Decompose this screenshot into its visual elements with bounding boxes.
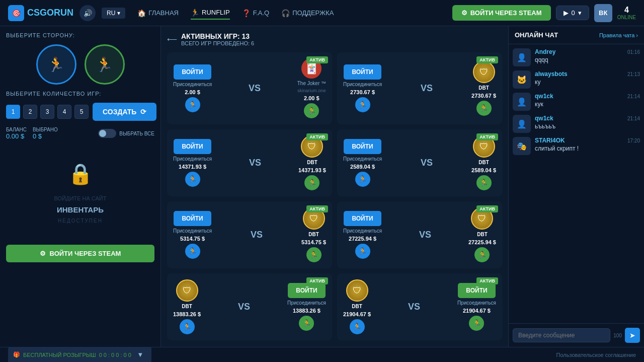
runflip-icon: 🏃 <box>191 9 199 17</box>
vs-3: VS <box>216 158 294 168</box>
youtube-icon: ▶ <box>564 9 569 17</box>
main-content: ВЫБЕРИТЕ СТОРОНУ: 🏃 🏃 ВЫБЕРИТЕ КОЛИЧЕСТВ… <box>0 26 644 347</box>
create-button[interactable]: СОЗДАТЬ ⟳ <box>93 103 156 121</box>
chat-messages: 👤 Andrey 01:16 qqqq 🐱 alwaysbots 21:13 <box>509 44 644 323</box>
create-icon: ⟳ <box>140 108 146 116</box>
choose-side-label: ВЫБЕРИТЕ СТОРОНУ: <box>6 32 154 38</box>
runner-green-2: 🏃 <box>476 101 492 116</box>
chat-message-2: 👤 qw1ck 21:14 кук <box>513 93 640 111</box>
vs-6: VS <box>386 230 464 240</box>
runner-green-5: 🏃 <box>306 247 321 262</box>
logo: 🎯 CSGORUN <box>8 5 73 21</box>
join-btn-7[interactable]: ВОЙТИ <box>288 283 325 298</box>
right-chat: ОНЛАЙН ЧАТ Правила чата › 👤 Andrey 01:16… <box>508 26 644 347</box>
join-btn-8[interactable]: ВОЙТИ <box>458 283 495 298</box>
chat-avatar-3: 👤 <box>513 115 531 133</box>
home-icon: 🏠 <box>137 9 146 17</box>
games-header: ⟵ АКТИВНЫХ ИГР: 13 ВСЕГО ИГР ПРОВЕДЕНО: … <box>167 32 502 46</box>
count-4[interactable]: 4 <box>57 105 71 119</box>
join-btn-3[interactable]: ВОЙТИ <box>174 139 211 154</box>
chat-message-3: 👤 qw1ck 21:14 ьъьъьъ <box>513 115 640 133</box>
count-1[interactable]: 1 <box>6 105 20 119</box>
side-green[interactable]: 🏃 <box>85 44 125 85</box>
join-btn-6[interactable]: ВОЙТИ <box>344 211 381 226</box>
card-right-7: ВОЙТИ Присоединиться 13883.26 $ 🏃 <box>287 283 326 331</box>
count-3[interactable]: 3 <box>40 105 54 119</box>
side-blue[interactable]: 🏃 <box>36 44 76 85</box>
vk-button[interactable]: ВК <box>594 4 612 22</box>
join-btn-4[interactable]: ВОЙТИ <box>344 139 381 154</box>
card-left-7: 🛡 DBT 13883.26 $ 🏃 <box>173 279 201 334</box>
card-right-3: 🛡 DBT 14371.93 $ 🏃 <box>298 135 326 190</box>
steam-login-button[interactable]: ⚙ ВОЙТИ ЧЕРЕЗ STEAM <box>452 5 551 21</box>
runner-blue-5: 🏃 <box>185 244 200 259</box>
chat-avatar-2: 👤 <box>513 93 531 111</box>
sound-button[interactable]: 🔊 <box>79 5 96 21</box>
count-2[interactable]: 2 <box>23 105 37 119</box>
center-panel: ⟵ АКТИВНЫХ ИГР: 13 ВСЕГО ИГР ПРОВЕДЕНО: … <box>161 26 508 347</box>
active-badge-7: АКТИВ <box>306 277 328 284</box>
vs-4: VS <box>386 158 467 168</box>
runner-green-6: 🏃 <box>474 247 490 262</box>
vs-1: VS <box>216 83 293 94</box>
select-all-toggle[interactable]: ВЫБРАТЬ ВСЕ <box>98 129 154 138</box>
card-right-8: ВОЙТИ Присоединиться 21904.67 $ 🏃 <box>457 283 496 331</box>
nav-runflip[interactable]: 🏃 RUNFLIP <box>191 7 230 20</box>
chat-avatar-1: 🐱 <box>513 70 531 89</box>
chat-msg-body-2: qw1ck 21:14 кук <box>535 93 640 111</box>
chat-input-area: 100 ➤ <box>509 323 644 347</box>
dbt-badge-8: 🛡 <box>346 279 368 302</box>
logo-icon: 🎯 <box>8 5 24 21</box>
games-grid: АКТИВ ВОЙТИ Присоединиться 2.00 $ 🏃 VS 🃏… <box>167 52 502 340</box>
nav: 🏠 ГЛАВНАЯ 🏃 RUNFLIP ❓ F.A.Q 🎧 ПОДДЕРЖКА <box>137 7 334 20</box>
vs-2: VS <box>386 83 467 94</box>
active-badge-8: АКТИВ <box>476 277 498 284</box>
card-left-4: ВОЙТИ Присоединиться 2589.04 $ 🏃 <box>343 139 382 187</box>
chat-message-1: 🐱 alwaysbots 21:13 ку <box>513 70 640 89</box>
balance-box: БАЛАНС 0.00 $ <box>6 127 27 140</box>
steam-icon: ⚙ <box>461 9 467 17</box>
lock-icon: 🔒 <box>65 156 96 191</box>
minimize-button[interactable]: ▼ <box>134 349 146 361</box>
chat-msg-body-1: alwaysbots 21:13 ку <box>535 70 640 89</box>
send-icon: ➤ <box>629 331 635 339</box>
runner-green-4: 🏃 <box>476 175 492 190</box>
chat-msg-header-0: Andrey 01:16 <box>535 48 640 55</box>
chat-msg-header-2: qw1ck 21:14 <box>535 93 640 100</box>
sidebar-steam-login-button[interactable]: ⚙ ВОЙТИ ЧЕРЕЗ STEAM <box>6 245 154 262</box>
runner-green-7: 🏃 <box>299 316 314 331</box>
game-card-3: АКТИВ ВОЙТИ Присоединиться 14371.93 $ 🏃 … <box>167 129 332 196</box>
chat-avatar-4: 🎭 <box>513 137 531 155</box>
toggle-thumb <box>99 130 106 137</box>
join-btn-5[interactable]: ВОЙТИ <box>174 211 211 226</box>
count-5[interactable]: 5 <box>74 105 89 119</box>
balance-display[interactable]: ▶ 0 ▾ <box>556 6 589 20</box>
choose-count-label: ВЫБЕРИТЕ КОЛИЧЕСТВО ИГР: <box>6 91 154 97</box>
game-card-6: АКТИВ ВОЙТИ Присоединиться 27225.94 $ 🏃 … <box>337 201 502 268</box>
nav-faq[interactable]: ❓ F.A.Q <box>242 7 270 19</box>
bottom-bar: 🎁 БЕСПЛАТНЫЙ РОЗЫГРЫШ 0 0 : 0 0 : 0 0 ▼ … <box>0 347 644 362</box>
side-chooser: 🏃 🏃 <box>6 44 154 85</box>
chat-send-button[interactable]: ➤ <box>625 328 640 343</box>
chevron-right-icon: › <box>636 32 638 38</box>
nav-support[interactable]: 🎧 ПОДДЕРЖКА <box>281 7 334 19</box>
chat-title: ОНЛАЙН ЧАТ <box>515 31 558 39</box>
runner-blue-6: 🏃 <box>355 244 370 259</box>
card-right-2: 🛡 DBT 2730.67 $ 🏃 <box>471 61 496 116</box>
inventory-lock: 🔒 ВОЙДИТЕ НА САЙТ ИНВЕНТАРЬ НЕДОСТУПЕН <box>6 146 154 234</box>
games-arrow-icon: ⟵ <box>167 35 177 43</box>
chat-char-count: 100 <box>613 333 622 338</box>
chat-rules-link[interactable]: Правила чата › <box>599 32 638 38</box>
join-btn-1[interactable]: ВОЙТИ <box>174 64 211 80</box>
chat-input[interactable] <box>513 328 610 342</box>
game-card-8: АКТИВ 🛡 DBT 21904.67 $ 🏃 VS ВОЙТИ Присое… <box>337 273 502 340</box>
active-badge-6: АКТИВ <box>476 205 498 212</box>
runner-blue-8: 🏃 <box>350 319 365 334</box>
active-badge-4: АКТИВ <box>476 133 498 140</box>
join-btn-2[interactable]: ВОЙТИ <box>344 64 381 80</box>
nav-home[interactable]: 🏠 ГЛАВНАЯ <box>137 7 179 19</box>
lang-button[interactable]: RU ▾ <box>102 8 125 19</box>
user-agreement-link[interactable]: Пользовательское соглашение <box>556 352 636 358</box>
dbt-badge-7: 🛡 <box>176 279 198 302</box>
chat-message-0: 👤 Andrey 01:16 qqqq <box>513 48 640 66</box>
